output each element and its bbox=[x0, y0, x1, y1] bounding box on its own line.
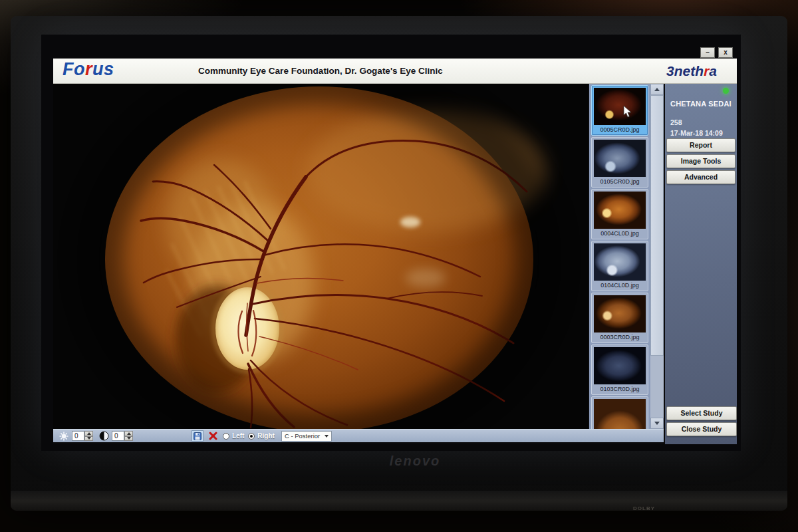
patient-id: 258 bbox=[670, 118, 682, 126]
thumbnail-item[interactable]: 0003CR0D.jpg bbox=[591, 293, 648, 343]
fundus-image bbox=[53, 84, 588, 429]
minimize-button[interactable]: – bbox=[700, 47, 715, 58]
brightness-up-button[interactable] bbox=[84, 431, 93, 436]
thumbnail-image bbox=[594, 140, 646, 177]
laptop-brand-logo: lenovo bbox=[362, 454, 468, 469]
status-green-dot-icon bbox=[723, 88, 729, 94]
brightness-down-button[interactable] bbox=[84, 436, 93, 442]
close-button[interactable]: x bbox=[718, 47, 733, 58]
report-button[interactable]: Report bbox=[666, 138, 735, 152]
scroll-down-button[interactable] bbox=[650, 418, 664, 429]
save-button[interactable] bbox=[192, 430, 203, 442]
brightness-value[interactable]: 0 bbox=[72, 431, 84, 441]
app-window: – x Forus Community Eye Care Foundation,… bbox=[53, 59, 737, 444]
thumbnail-scrollbar[interactable] bbox=[650, 84, 664, 429]
thumbnail-item[interactable]: 0004CL0D.jpg bbox=[591, 189, 648, 239]
red-x-icon bbox=[209, 432, 217, 440]
thumbnail-item[interactable]: 0104CL0D.jpg bbox=[591, 241, 648, 291]
thumbnail-filename: 0105CR0D.jpg bbox=[594, 177, 646, 187]
patient-panel: CHETANA SEDAI 258 17-Mar-18 14:09 Report… bbox=[665, 84, 737, 444]
close-study-button[interactable]: Close Study bbox=[666, 422, 737, 436]
contrast-up-button[interactable] bbox=[124, 431, 133, 436]
thumbnail-image bbox=[594, 192, 646, 229]
laptop: – x Forus Community Eye Care Foundation,… bbox=[11, 16, 787, 511]
thumbnail-filename: 0103CR0D.jpg bbox=[594, 384, 646, 394]
window-controls: – x bbox=[700, 47, 733, 58]
photo-backdrop: – x Forus Community Eye Care Foundation,… bbox=[0, 0, 798, 532]
chevron-down-icon bbox=[325, 435, 329, 438]
thumbnail-image bbox=[594, 399, 646, 429]
view-position-value: C - Posterior bbox=[285, 432, 320, 440]
view-position-dropdown[interactable]: C - Posterior bbox=[281, 431, 332, 442]
thumbnail-filename: 0005CR0D.jpg bbox=[594, 125, 646, 135]
thumbnail-filename: 0003CR0D.jpg bbox=[594, 332, 646, 342]
chevron-up-icon bbox=[654, 88, 660, 91]
contrast-icon bbox=[98, 431, 109, 442]
thumbnail-image bbox=[594, 295, 646, 332]
advanced-button[interactable]: Advanced bbox=[666, 170, 735, 184]
scroll-up-button[interactable] bbox=[650, 84, 664, 95]
floppy-disk-icon bbox=[194, 432, 201, 440]
right-eye-radio[interactable] bbox=[248, 433, 255, 440]
thumbnail-image bbox=[594, 88, 646, 125]
3nethra-logo-part: a bbox=[709, 63, 717, 78]
laptop-hinge bbox=[11, 491, 787, 511]
chevron-down-icon bbox=[87, 437, 91, 440]
app-header: Forus Community Eye Care Foundation, Dr.… bbox=[53, 59, 737, 84]
laptop-screen: – x Forus Community Eye Care Foundation,… bbox=[41, 35, 741, 451]
thumbnail-item[interactable]: 0005CR0D.jpg bbox=[591, 85, 648, 136]
thumbnail-filename: 0104CL0D.jpg bbox=[594, 281, 646, 291]
patient-name: CHETANA SEDAI bbox=[670, 100, 732, 108]
image-tools-button[interactable]: Image Tools bbox=[666, 154, 735, 168]
chevron-up-icon bbox=[127, 432, 131, 435]
left-eye-radio[interactable] bbox=[223, 433, 229, 440]
thumbnail-list: 0005CR0D.jpg 0105CR0D.jpg 0004CL0D.jpg 0… bbox=[589, 84, 650, 429]
delete-image-button[interactable] bbox=[207, 430, 219, 442]
fundus-image-viewer[interactable] bbox=[53, 84, 588, 429]
thumbnail-item[interactable]: 0103CR0D.jpg bbox=[591, 344, 648, 395]
3nethra-logo-part: 3neth bbox=[666, 63, 704, 78]
thumbnail-image bbox=[594, 243, 646, 281]
contrast-down-button[interactable] bbox=[124, 436, 133, 442]
contrast-value[interactable]: 0 bbox=[112, 431, 124, 441]
thumbnail-image bbox=[594, 347, 646, 384]
mouse-cursor-icon bbox=[623, 105, 632, 118]
chevron-up-icon bbox=[87, 432, 91, 435]
left-eye-label: Left bbox=[232, 432, 244, 440]
scrollbar-thumb[interactable] bbox=[650, 95, 664, 356]
right-eye-label: Right bbox=[257, 432, 275, 440]
3nethra-logo: 3nethra bbox=[666, 63, 717, 79]
clinic-title: Community Eye Care Foundation, Dr. Gogat… bbox=[53, 66, 588, 76]
brightness-icon bbox=[59, 431, 69, 442]
contrast-spinner[interactable]: 0 bbox=[112, 431, 133, 441]
brightness-spinner[interactable]: 0 bbox=[72, 431, 93, 441]
chevron-down-icon bbox=[654, 422, 660, 425]
thumbnail-filename: 0004CL0D.jpg bbox=[594, 229, 646, 239]
select-study-button[interactable]: Select Study bbox=[666, 406, 737, 420]
chevron-down-icon bbox=[127, 437, 131, 440]
dolby-logo: DOLBY bbox=[633, 505, 655, 511]
thumbnail-item[interactable]: 0105CR0D.jpg bbox=[591, 137, 648, 188]
image-toolbar: 0 0 bbox=[53, 429, 664, 442]
thumbnail-item[interactable] bbox=[591, 396, 648, 429]
study-datetime: 17-Mar-18 14:09 bbox=[670, 129, 723, 137]
